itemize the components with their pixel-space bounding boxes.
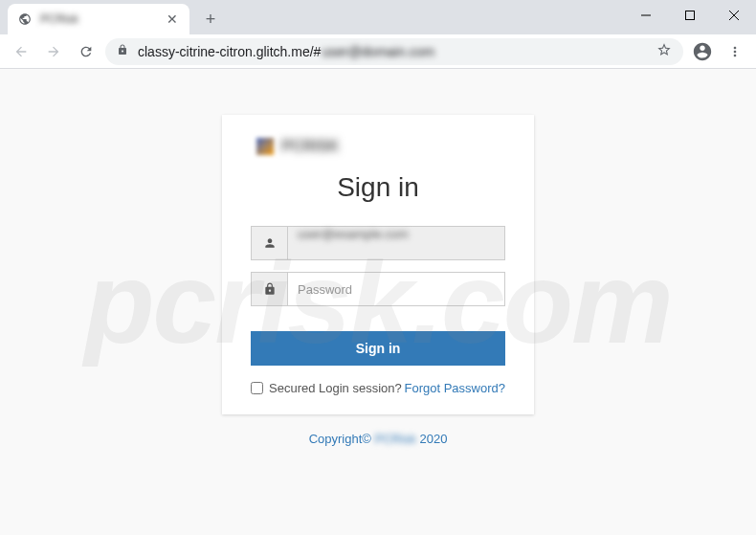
signin-button[interactable]: Sign in: [251, 331, 505, 366]
forgot-password-link[interactable]: Forgot Password?: [405, 381, 506, 395]
minimize-button[interactable]: [624, 0, 668, 31]
password-input-group: [251, 272, 505, 306]
close-window-button[interactable]: [712, 0, 756, 31]
browser-tab[interactable]: PCRisk ✕: [8, 4, 189, 34]
email-input-group: user@example.com: [251, 226, 505, 260]
user-icon: [251, 226, 287, 260]
password-field[interactable]: [287, 272, 505, 306]
brand-row: PCRISK: [251, 138, 505, 155]
profile-button[interactable]: [689, 38, 716, 65]
secure-session-checkbox-group[interactable]: Secured Login session?: [251, 381, 402, 395]
address-bar[interactable]: classy-citrine-citron.glitch.me/#user@do…: [105, 38, 683, 65]
menu-button[interactable]: [722, 38, 748, 65]
reload-button[interactable]: [73, 38, 100, 65]
globe-icon: [17, 11, 33, 27]
forward-button[interactable]: [40, 38, 67, 65]
signin-title: Sign in: [251, 172, 505, 203]
secure-session-checkbox[interactable]: [251, 382, 263, 394]
secure-session-label: Secured Login session?: [269, 381, 402, 395]
bookmark-star-icon[interactable]: [656, 42, 672, 60]
back-button[interactable]: [8, 38, 34, 65]
login-card: PCRISK Sign in user@example.com Sign in: [222, 115, 534, 414]
email-field[interactable]: user@example.com: [287, 226, 505, 260]
lock-icon: [117, 44, 128, 58]
lock-icon: [251, 272, 287, 306]
brand-text: PCRISK: [281, 138, 339, 155]
maximize-button[interactable]: [668, 0, 712, 31]
svg-rect-1: [686, 11, 695, 20]
brand-icon: [256, 138, 274, 155]
tab-title: PCRisk: [40, 12, 157, 26]
close-tab-icon[interactable]: ✕: [165, 11, 180, 27]
new-tab-button[interactable]: +: [197, 6, 224, 33]
url-text: classy-citrine-citron.glitch.me/#user@do…: [138, 44, 647, 59]
copyright-text: Copyright© PCRisk 2020: [309, 432, 448, 446]
